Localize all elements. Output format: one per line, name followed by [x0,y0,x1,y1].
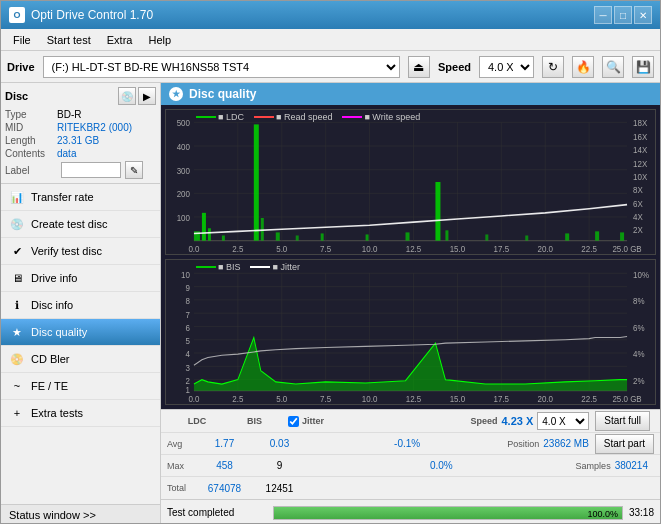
nav-create-test-disc[interactable]: 💿 Create test disc [1,211,160,238]
title-bar: O Opti Drive Control 1.70 ─ □ ✕ [1,1,660,29]
status-window-button[interactable]: Status window >> [1,504,160,524]
speed-dropdown[interactable]: 4.0 X [537,412,589,430]
disc-contents-row: Contents data [5,148,156,159]
maximize-button[interactable]: □ [614,6,632,24]
minimize-button[interactable]: ─ [594,6,612,24]
nav-verify-test-disc[interactable]: ✔ Verify test disc [1,238,160,265]
nav-fe-te[interactable]: ~ FE / TE [1,373,160,400]
svg-rect-24 [366,234,369,240]
label-input[interactable] [61,162,121,178]
nav-cd-bler[interactable]: 📀 CD Bler [1,346,160,373]
save-button[interactable]: 💾 [632,56,654,78]
nav-disc-info[interactable]: ℹ Disc info [1,292,160,319]
svg-text:10.0: 10.0 [362,393,378,404]
jitter-checkbox[interactable] [288,416,299,427]
label-edit-button[interactable]: ✎ [125,161,143,179]
svg-rect-23 [321,233,324,240]
svg-text:500: 500 [177,119,191,128]
svg-rect-22 [296,235,299,240]
svg-text:17.5: 17.5 [494,393,510,404]
nav-disc-info-label: Disc info [31,299,73,311]
create-test-disc-icon: 💿 [9,216,25,232]
bis-legend-bis-label: ■ BIS [218,262,240,272]
svg-text:8%: 8% [633,296,645,307]
svg-rect-18 [222,235,225,240]
svg-text:0.0: 0.0 [188,245,200,254]
menu-start-test[interactable]: Start test [39,32,99,48]
start-full-button[interactable]: Start full [595,411,650,431]
refresh-button[interactable]: ↻ [542,56,564,78]
verify-test-disc-icon: ✔ [9,243,25,259]
svg-text:2.5: 2.5 [232,393,243,404]
nav-extra-tests[interactable]: + Extra tests [1,400,160,427]
svg-text:7: 7 [186,309,191,320]
nav-drive-info-label: Drive info [31,272,77,284]
svg-rect-29 [525,235,528,240]
progress-bar-fill [274,507,622,519]
nav-transfer-rate[interactable]: 📊 Transfer rate [1,184,160,211]
svg-rect-21 [276,232,280,240]
eject-button[interactable]: ⏏ [408,56,430,78]
menu-extra[interactable]: Extra [99,32,141,48]
ldc-chart-legend: ■ LDC ■ Read speed ■ Write speed [196,112,420,122]
drive-selector[interactable]: (F:) HL-DT-ST BD-RE WH16NS58 TST4 [43,56,400,78]
main-layout: Disc 💿 ▶ Type BD-R MID RITEKBR2 (000) Le… [1,83,660,524]
svg-text:15.0: 15.0 [450,245,466,254]
menu-help[interactable]: Help [140,32,179,48]
fe-te-icon: ~ [9,378,25,394]
disc-title: Disc [5,90,28,102]
bottom-bar: Test completed 100.0% 33:18 [161,499,660,524]
content-area: ★ Disc quality ■ LDC ■ Read speed [161,83,660,524]
disc-header: Disc 💿 ▶ [5,87,156,105]
svg-text:4: 4 [186,349,191,360]
ldc-legend-write: ■ Write speed [342,112,420,122]
svg-rect-26 [435,182,440,241]
transfer-rate-icon: 📊 [9,189,25,205]
disc-icon-1[interactable]: 💿 [118,87,136,105]
burn-button[interactable]: 🔥 [572,56,594,78]
ldc-legend-read: ■ Read speed [254,112,332,122]
svg-text:22.5: 22.5 [581,245,597,254]
stats-panel: LDC BIS Jitter Speed 4.23 X 4.0 X Start … [161,409,660,499]
mid-value: RITEKBR2 (000) [57,122,132,133]
nav-fe-te-label: FE / TE [31,380,68,392]
time-display: 33:18 [629,507,654,518]
svg-rect-20 [261,218,264,241]
nav-cd-bler-label: CD Bler [31,353,70,365]
bis-legend-jitter: ■ Jitter [250,262,299,272]
svg-text:20.0: 20.0 [537,393,553,404]
cd-bler-icon: 📀 [9,351,25,367]
drive-label: Drive [7,61,35,73]
scan-button[interactable]: 🔍 [602,56,624,78]
total-label: Total [167,483,197,493]
svg-text:5.0: 5.0 [276,245,288,254]
disc-label-row: Label ✎ [5,161,156,179]
close-button[interactable]: ✕ [634,6,652,24]
start-part-button[interactable]: Start part [595,434,654,454]
svg-text:12.5: 12.5 [406,245,422,254]
title-bar-left: O Opti Drive Control 1.70 [9,7,153,23]
disc-icon-2[interactable]: ▶ [138,87,156,105]
nav-disc-quality[interactable]: ★ Disc quality [1,319,160,346]
nav-drive-info[interactable]: 🖥 Drive info [1,265,160,292]
nav-create-test-disc-label: Create test disc [31,218,107,230]
samples-label: Samples [576,461,611,471]
svg-rect-30 [565,233,569,240]
avg-bis: 0.03 [252,438,307,449]
label-label: Label [5,165,57,176]
position-label: Position [507,439,539,449]
svg-text:7.5: 7.5 [320,245,332,254]
disc-icon-row: 💿 ▶ [118,87,156,105]
svg-text:6: 6 [186,322,191,333]
svg-text:6X: 6X [633,200,643,209]
menu-file[interactable]: File [5,32,39,48]
bis-chart-svg: 10 9 8 7 6 5 4 3 2 1 10% 8% 6% 4% 2% [166,260,655,404]
speed-selector[interactable]: 4.0 X [479,56,534,78]
svg-text:300: 300 [177,167,191,176]
svg-text:22.5: 22.5 [581,393,597,404]
ldc-legend-write-label: ■ Write speed [364,112,420,122]
svg-text:9: 9 [186,283,191,294]
sidebar: Disc 💿 ▶ Type BD-R MID RITEKBR2 (000) Le… [1,83,161,524]
jitter-checkbox-area: Jitter [282,416,464,427]
position-value: 23862 MB [543,438,589,449]
